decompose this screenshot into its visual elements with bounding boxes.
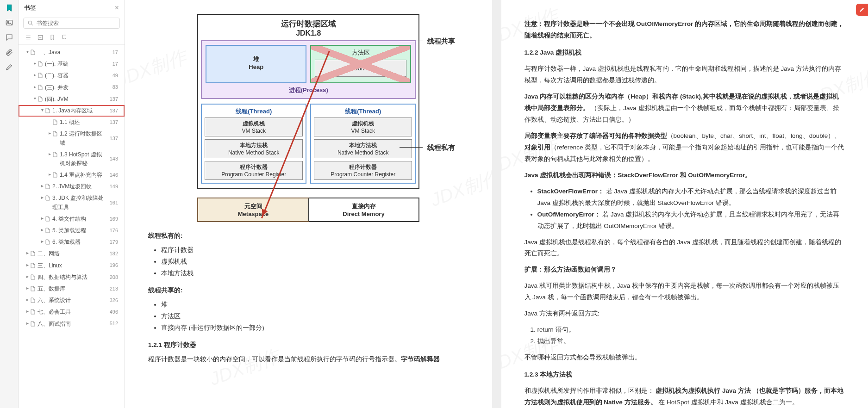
bookmark-search[interactable] [23,18,120,29]
bookmark-item[interactable]: ▸(一). 基础17 [19,58,125,70]
page-right: JDX制作 JDX制作 JDX制作 JDX制作 注意：程序计数器是唯一一个不会出… [501,0,868,408]
list-shared: 堆 方法区 直接内存 (非运行时数据区的一部分) [161,299,469,334]
collapse-icon[interactable] [25,34,31,41]
bookmark-item[interactable]: ▾一、Java17 [19,47,125,58]
para: Java 虚拟机栈也是线程私有的，每个线程都有各自的 Java 虚拟机栈，而且随… [525,237,845,260]
para: 局部变量表主要存放了编译器可知的各种数据类型（boolean、byte、char… [525,130,845,165]
image-icon[interactable] [5,19,13,27]
error-list: StackOverFlowError： 若 Java 虚拟机栈的内存大小不允许动… [537,186,845,232]
para: 不管哪种返回方式都会导致栈帧被弹出。 [525,352,845,364]
left-icon-bar [0,0,19,408]
list-private: 程序计数器 虚拟机栈 本地方法栈 [161,245,469,279]
search-input[interactable] [37,20,116,26]
bookmark-item[interactable]: ▸1.2 运行时数据区域137 [19,128,125,148]
comment-icon[interactable] [5,33,13,42]
return-list: return 语句。 抛出异常。 [537,324,845,347]
page-left: JDX制作 JDX制作 JDX制作 运行时数据区域 JDK1.8 堆 Heap [125,0,492,408]
heading-121: 1.2.1 程序计数器 [148,340,469,351]
bookmark-item[interactable]: ▸6. 类加载器179 [19,236,125,248]
bookmark-item[interactable]: ▸三、Linux196 [19,260,125,272]
document-viewport: JDX制作 JDX制作 JDX制作 运行时数据区域 JDK1.8 堆 Heap [125,0,868,408]
close-icon[interactable]: × [115,4,119,12]
svg-point-2 [28,21,31,24]
bookmark-item[interactable]: ▸5. 类加载过程176 [19,225,125,236]
para: 扩展：那么方法/函数如何调用？ [525,264,845,276]
bookmark-item[interactable]: ▸八、面试指南512 [19,318,125,330]
bookmark-item[interactable]: ▾1. Java内存区域137 [19,105,125,117]
bookmark-item[interactable]: ▸2. JVM垃圾回收149 [19,181,125,192]
bookmark-item[interactable]: ▾(四). JVM137 [19,93,125,105]
bookmark-item[interactable]: ▸七、必会工具496 [19,306,125,318]
heap-box: 堆 Heap [206,45,306,83]
attachment-icon[interactable] [5,48,13,56]
para: 和虚拟机栈所发挥的作用非常相似，区别是： 虚拟机栈为虚拟机执行 Java 方法 … [525,385,845,408]
bookmark-item[interactable]: ▸3. JDK 监控和故障处理工具161 [19,192,125,213]
heading-122: 1.2.2 Java 虚拟机栈 [525,47,845,59]
shared-label: 线程共享 [427,37,455,46]
heading-123: 1.2.3 本地方法栈 [525,369,845,381]
para-note: 注意：程序计数器是唯一一个不会出现 OutOfMemoryError 的内存区域… [525,19,845,42]
bookmark-item[interactable]: ▸五、数据库213 [19,283,125,295]
para: Java 栈可用类比数据结构中栈，Java 栈中保存的主要内容是栈帧，每一次函数… [525,280,845,303]
bookmark-item[interactable]: ▸(二). 容器49 [19,70,125,81]
bookmark-item[interactable]: ▸4. 类文件结构169 [19,213,125,225]
thread-box: 线程(Thread) 虚拟机栈VM Stack 本地方法栈Native Meth… [310,104,416,184]
metaspace-box: 元空间Metaspace 直接内存Direct Memory [197,198,419,222]
bookmark-icon[interactable] [5,4,13,12]
para: Java 内存可以粗糙的区分为堆内存（Heap）和栈内存 (Stack),其中栈… [525,91,845,126]
bookmark-item[interactable]: ▸二、网络182 [19,248,125,260]
bookmark-item[interactable]: ▸1.4 重点补充内容146 [19,169,125,181]
bookmark-item[interactable]: ▸四、数据结构与算法208 [19,272,125,283]
para: Java 方法有两种返回方式: [525,308,845,320]
heading-private: 线程私有的: [148,230,469,242]
sidebar-title: 书签 [24,4,36,12]
bookmark-sidebar: 书签 × ▾一、Java17▸(一). 基础17▸(二). 容器49▸(三). … [19,0,125,408]
bookmark-item[interactable]: 1.1 概述137 [19,117,125,128]
bookmark-item[interactable]: ▸1.3 HotSpot 虚拟机对象探秘143 [19,149,125,169]
para-121: 程序计数器是一块较小的内存空间，可以看作是当前线程所执行的字节码的行号指示器。字… [148,354,469,365]
edit-icon[interactable] [5,63,13,71]
heading-shared: 线程共享的: [148,285,469,297]
bookmark-item[interactable]: ▸六、系统设计326 [19,295,125,306]
bookmark-toolbar [19,32,125,45]
bookmark-small-icon[interactable] [49,34,56,41]
bookmark-tree: ▾一、Java17▸(一). 基础17▸(二). 容器49▸(三). 并发83▾… [19,45,125,408]
private-label: 线程私有 [427,143,455,152]
para: Java 虚拟机栈会出现两种错误：StackOverFlowError 和 Ou… [525,170,845,181]
edge-tab-button[interactable] [856,4,868,16]
bookmark-item[interactable]: ▸(三). 并发83 [19,82,125,93]
para: 与程序计数器一样，Java 虚拟机栈也是线程私有的，它的生命周期和线程相同，描述… [525,63,845,87]
search-icon [27,20,34,26]
ribbon-icon[interactable] [61,34,68,41]
expand-icon[interactable] [37,34,44,41]
method-area-box: 方法区 R Con ool [310,45,411,83]
